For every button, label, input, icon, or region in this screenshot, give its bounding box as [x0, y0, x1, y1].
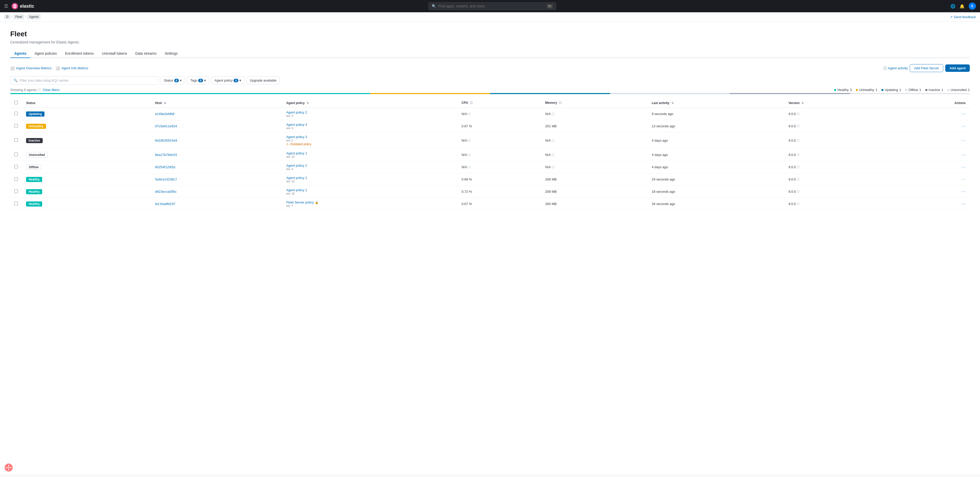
row-actions-button[interactable]: ··· — [962, 124, 966, 128]
cpu-info-icon[interactable]: ⓘ — [470, 101, 473, 104]
version-info-icon[interactable]: ⓘ — [797, 165, 800, 169]
row-actions-button[interactable]: ··· — [962, 112, 966, 116]
elastic-logo[interactable]: elastic — [11, 3, 34, 10]
host-link[interactable]: 07c5e611e924 — [155, 124, 177, 128]
version-value: 9.0.0 — [788, 139, 796, 142]
row-actions-button[interactable]: ··· — [962, 202, 966, 206]
memory-info-icon[interactable]: ⓘ — [552, 166, 554, 169]
version-info-icon[interactable]: ⓘ — [797, 177, 800, 181]
row-checkbox[interactable] — [14, 138, 18, 142]
memory-info-icon[interactable]: ⓘ — [552, 139, 554, 142]
tab-agent-policies[interactable]: Agent policies — [30, 49, 61, 58]
row-actions-button[interactable]: ··· — [962, 165, 966, 169]
showing-count: Showing 8 agents — [10, 88, 37, 92]
add-fleet-server-button[interactable]: Add Fleet Server — [910, 64, 943, 72]
row-checkbox[interactable] — [14, 165, 18, 169]
tab-settings[interactable]: Settings — [161, 49, 182, 58]
version-info-icon[interactable]: ⓘ — [797, 190, 800, 193]
policy-link[interactable]: Fleet Server policy — [286, 200, 314, 204]
clear-filters-button[interactable]: Clear filters — [43, 88, 59, 92]
add-agent-button[interactable]: Add agent — [945, 64, 970, 72]
breadcrumb-bar: D / Fleet / Agents ↗ Send feedback — [0, 12, 980, 22]
search-box[interactable]: 🔍 ⌘/ — [428, 2, 556, 10]
version-info-icon[interactable]: ⓘ — [797, 112, 800, 116]
host-link[interactable]: e149a2efdfdf — [155, 112, 175, 116]
memory-info-icon[interactable]: ⓘ — [559, 101, 562, 104]
cpu-info-icon[interactable]: ⓘ — [468, 166, 471, 169]
notifications-icon-button[interactable]: 🔔 — [959, 4, 965, 9]
version-cell: 9.0.0 ⓘ — [784, 198, 886, 210]
globe-icon-button[interactable]: 🌐 — [950, 4, 956, 9]
policy-rev: rev. 7 — [286, 204, 453, 207]
ingest-metrics-link[interactable]: ⬜ Ingest Overview Metrics — [10, 66, 52, 70]
row-checkbox[interactable] — [14, 202, 18, 205]
breadcrumb-home[interactable]: D — [4, 14, 11, 19]
upgrade-available-filter[interactable]: Upgrade available — [247, 77, 280, 85]
host-link[interactable]: d923ecca595c — [155, 190, 177, 193]
version-info-icon[interactable]: ⓘ — [797, 124, 800, 128]
kql-input[interactable]: 🔍 Filter your data using KQL syntax — [10, 76, 158, 85]
row-checkbox[interactable] — [14, 124, 18, 128]
nav-right: 🌐 🔔 E — [950, 3, 976, 10]
memory-cell: 201 MB — [541, 120, 648, 132]
version-info-icon[interactable]: ⓘ — [797, 153, 800, 157]
tab-agents[interactable]: Agents — [10, 49, 30, 58]
policy-link[interactable]: Agent policy 2 — [286, 110, 307, 114]
version-info-icon[interactable]: ⓘ — [797, 202, 800, 206]
row-actions-button[interactable]: ··· — [962, 177, 966, 182]
version-cell: 9.0.0 ⓘ — [784, 149, 886, 161]
agent-info-link[interactable]: ⬜ Agent Info Metrics — [56, 66, 88, 70]
agent-activity-link[interactable]: 🕐 Agent activity — [883, 66, 908, 70]
hamburger-button[interactable]: ☰ — [4, 3, 8, 9]
tab-data-streams[interactable]: Data streams — [131, 49, 161, 58]
version-sort-icon[interactable]: ⇅ — [802, 102, 804, 105]
host-link[interactable]: 60254f12df1b — [155, 165, 175, 169]
host-link[interactable]: fa11badfd197 — [155, 202, 175, 206]
tags-filter[interactable]: Tags 0 ▾ — [187, 77, 209, 85]
cpu-cell: 0.67 % — [458, 198, 541, 210]
tab-enrollment-tokens[interactable]: Enrollment tokens — [61, 49, 98, 58]
row-checkbox[interactable] — [14, 190, 18, 193]
status-badge-offline: Offline — [26, 164, 41, 170]
memory-info-icon[interactable]: ⓘ — [552, 153, 554, 156]
policy-link[interactable]: Agent policy 1 — [286, 176, 307, 180]
activity-sort-icon[interactable]: ⇅ — [671, 102, 674, 105]
policy-sort-icon[interactable]: ⇅ — [307, 102, 309, 105]
policy-link[interactable]: Agent policy 1 — [286, 188, 307, 192]
send-feedback-button[interactable]: ↗ Send feedback — [950, 15, 976, 19]
host-link[interactable]: 8ea17b76dc03 — [155, 153, 177, 157]
policy-link[interactable]: Agent policy 2 — [286, 164, 307, 168]
cpu-info-icon[interactable]: ⓘ — [468, 153, 471, 156]
row-checkbox[interactable] — [14, 153, 18, 156]
host-link[interactable]: 5a4e1e3236c7 — [155, 177, 177, 181]
policy-link[interactable]: Agent policy 3 — [286, 135, 307, 139]
breadcrumb-fleet[interactable]: Fleet — [13, 14, 24, 19]
breadcrumb-agents[interactable]: Agents — [27, 14, 41, 19]
policy-rev: rev. 3 — [286, 114, 453, 117]
unenrolled-label: Unenrolled — [951, 88, 967, 92]
user-avatar[interactable]: E — [969, 3, 976, 10]
agents-table: Status Host ⇅ Agent policy ⇅ CPU ⓘ Memor… — [10, 98, 970, 210]
search-input[interactable] — [438, 4, 545, 8]
row-checkbox[interactable] — [14, 112, 18, 115]
cpu-info-icon[interactable]: ⓘ — [468, 139, 471, 142]
tab-nav: Agents Agent policies Enrollment tokens … — [10, 49, 970, 58]
cpu-info-icon[interactable]: ⓘ — [468, 112, 471, 116]
version-cell: 9.0.0 ⓘ — [784, 132, 886, 149]
select-all-checkbox[interactable] — [14, 101, 18, 104]
host-link[interactable]: 6d18035815e9 — [155, 139, 177, 142]
policy-link[interactable]: Agent policy 4 — [286, 123, 307, 126]
policy-link[interactable]: Agent policy 1 — [286, 152, 307, 155]
progress-inactive — [730, 93, 850, 94]
status-filter[interactable]: Status 6 ▾ — [161, 77, 185, 85]
row-actions-button[interactable]: ··· — [962, 153, 966, 157]
agent-policy-filter[interactable]: Agent policy 5 ▾ — [211, 77, 245, 85]
row-actions-button[interactable]: ··· — [962, 138, 966, 143]
row-checkbox[interactable] — [14, 177, 18, 181]
version-info-icon[interactable]: ⓘ — [797, 139, 800, 142]
memory-info-icon[interactable]: ⓘ — [552, 112, 554, 116]
row-actions-button[interactable]: ··· — [962, 190, 966, 194]
host-sort-icon[interactable]: ⇅ — [164, 102, 166, 105]
tab-uninstall-tokens[interactable]: Uninstall tokens — [98, 49, 131, 58]
memory-cell: N/A ⓘ — [541, 108, 648, 120]
